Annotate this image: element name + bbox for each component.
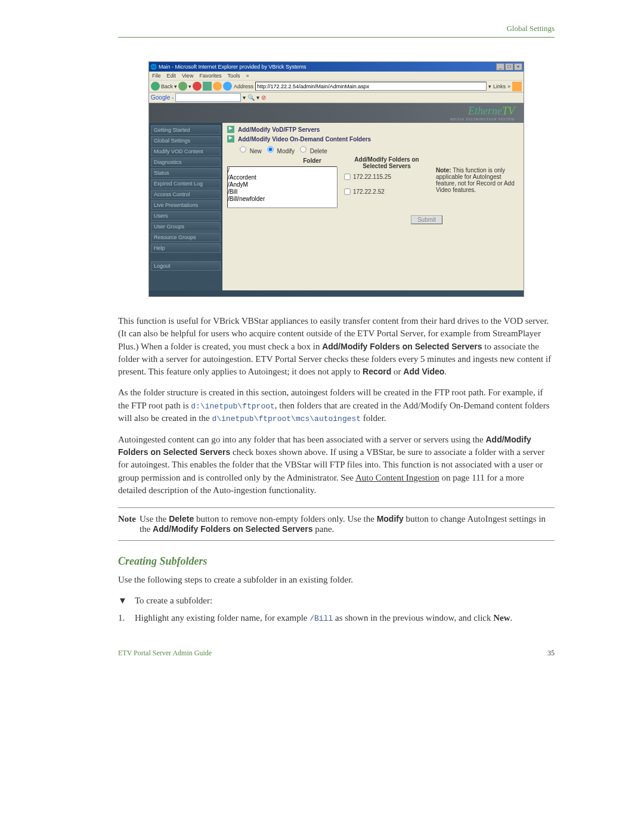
sidebar: Getting Started Global Settings Modify V… xyxy=(149,123,222,296)
window-title: Main - Microsoft Internet Explorer provi… xyxy=(159,64,306,70)
sidebar-item-global-settings[interactable]: Global Settings xyxy=(151,136,221,145)
menu-edit[interactable]: Edit xyxy=(167,73,177,79)
radio-group: New Modify Delete xyxy=(227,144,519,156)
forward-icon[interactable] xyxy=(178,82,187,91)
sidebar-item-diagnostics[interactable]: Diagnostics xyxy=(151,157,221,167)
sidebar-item-live-presentations[interactable]: Live Presentations xyxy=(151,200,221,210)
menu-view[interactable]: View xyxy=(182,73,193,79)
sidebar-item-access-control[interactable]: Access Control xyxy=(151,190,221,199)
step-1: 1. Highlight any existing folder name, f… xyxy=(118,612,555,624)
stop-icon[interactable] xyxy=(193,82,202,91)
google-dropdown2-icon[interactable]: ▾ xyxy=(256,94,259,101)
paragraph-2: As the folder structure is created in th… xyxy=(118,386,555,425)
paragraph-3: Autoingested content can go into any fol… xyxy=(118,433,555,497)
links-label[interactable]: Links xyxy=(493,83,506,89)
menu-file[interactable]: File xyxy=(152,73,161,79)
back-label[interactable]: Back xyxy=(161,83,173,89)
note-block: Note Use the Delete button to remove non… xyxy=(118,507,555,541)
folder-column-label: Folder xyxy=(227,156,338,166)
home-icon[interactable] xyxy=(213,82,222,91)
menu-favorites[interactable]: Favorites xyxy=(199,73,221,79)
submit-button[interactable]: Submit xyxy=(411,215,442,224)
sidebar-item-resource-groups[interactable]: Resource Groups xyxy=(151,233,221,242)
forward-dropdown-icon[interactable]: ▾ xyxy=(188,83,191,89)
page-header: Global Settings xyxy=(118,24,555,33)
menu-bar: File Edit View Favorites Tools » xyxy=(149,72,524,80)
search-icon[interactable] xyxy=(223,82,232,91)
google-dropdown-icon[interactable]: ▾ xyxy=(243,94,246,101)
links-more-icon[interactable]: » xyxy=(507,83,510,89)
google-blocker-icon[interactable]: ⊘ xyxy=(261,94,266,101)
banner: EtherneTV MEDIA DISTRIBUTION SYSTEM xyxy=(149,103,524,123)
menu-more-icon[interactable]: » xyxy=(246,73,249,79)
footer-page-number: 35 xyxy=(547,649,555,658)
address-dropdown-icon[interactable]: ▾ xyxy=(488,83,491,89)
toolbar: Back ▾ ▾ Address ▾ Links » xyxy=(149,80,524,92)
sidebar-item-users[interactable]: Users xyxy=(151,211,221,221)
main-panel: Add/Modify VoD/FTP Servers Add/Modify Vi… xyxy=(222,123,524,296)
google-label[interactable]: Google - xyxy=(151,94,174,101)
radio-modify[interactable]: Modify xyxy=(267,145,295,154)
banner-logo: EtherneTV MEDIA DISTRIBUTION SYSTEM xyxy=(450,105,515,121)
radio-delete[interactable]: Delete xyxy=(299,145,327,154)
ie-screenshot: 🌐 Main - Microsoft Internet Explorer pro… xyxy=(148,61,524,297)
servers-column: Add/Modify Folders on Selected Servers 1… xyxy=(343,156,430,208)
procedure-heading: ▼ To create a subfolder: xyxy=(118,594,555,607)
server-checkbox-1[interactable]: 172.22.115.25 xyxy=(343,173,430,181)
sidebar-item-logout[interactable]: Logout xyxy=(151,261,221,271)
address-input[interactable] xyxy=(255,82,487,91)
folder-listbox[interactable]: / /Accordent /AndyM /Bill /Bill/newfolde… xyxy=(227,166,338,208)
expander-vod-ftp[interactable]: Add/Modify VoD/FTP Servers xyxy=(227,125,519,134)
header-rule xyxy=(118,37,555,38)
triangle-bullet-icon: ▼ xyxy=(118,594,126,607)
bottom-strip xyxy=(149,290,524,296)
subheading-creating-subfolders: Creating Subfolders xyxy=(118,555,555,568)
google-search-icon[interactable]: 🔍 xyxy=(247,94,255,101)
arrow-icon xyxy=(227,135,234,143)
back-dropdown-icon[interactable]: ▾ xyxy=(174,83,177,89)
sidebar-item-status[interactable]: Status xyxy=(151,168,221,178)
back-icon[interactable] xyxy=(151,82,160,91)
window-titlebar: 🌐 Main - Microsoft Internet Explorer pro… xyxy=(149,62,524,72)
footer-title: ETV Portal Server Admin Guide xyxy=(118,649,212,658)
sidebar-item-modify-vod[interactable]: Modify VOD Content xyxy=(151,147,221,156)
menu-tools[interactable]: Tools xyxy=(227,73,240,79)
sidebar-item-help[interactable]: Help xyxy=(151,243,221,253)
maximize-button[interactable]: □ xyxy=(505,63,513,70)
throbber-icon xyxy=(512,82,522,91)
sidebar-item-getting-started[interactable]: Getting Started xyxy=(151,125,221,135)
ie-icon: 🌐 xyxy=(150,64,157,70)
refresh-icon[interactable] xyxy=(203,82,212,91)
expander-vod-content-folders[interactable]: Add/Modify Video On-Demand Content Folde… xyxy=(227,134,519,144)
google-toolbar: Google - ▾ 🔍 ▾ ⊘ xyxy=(149,92,524,103)
paragraph-1: This function is useful for VBrick VBSta… xyxy=(118,315,555,378)
close-button[interactable]: × xyxy=(514,63,522,70)
page-footer: ETV Portal Server Admin Guide 35 xyxy=(118,649,555,658)
subfolder-intro: Use the following steps to create a subf… xyxy=(118,574,555,586)
sidebar-item-expired-content-log[interactable]: Expired Content Log xyxy=(151,179,221,188)
google-search-input[interactable] xyxy=(175,93,241,102)
arrow-icon xyxy=(227,126,234,133)
minimize-button[interactable]: _ xyxy=(496,63,504,70)
radio-new[interactable]: New xyxy=(239,145,262,154)
note-column: Note: This function is only applicable f… xyxy=(436,156,519,208)
sidebar-item-user-groups[interactable]: User Groups xyxy=(151,222,221,231)
server-checkbox-2[interactable]: 172.22.2.52 xyxy=(343,188,430,196)
address-label: Address xyxy=(234,83,253,89)
